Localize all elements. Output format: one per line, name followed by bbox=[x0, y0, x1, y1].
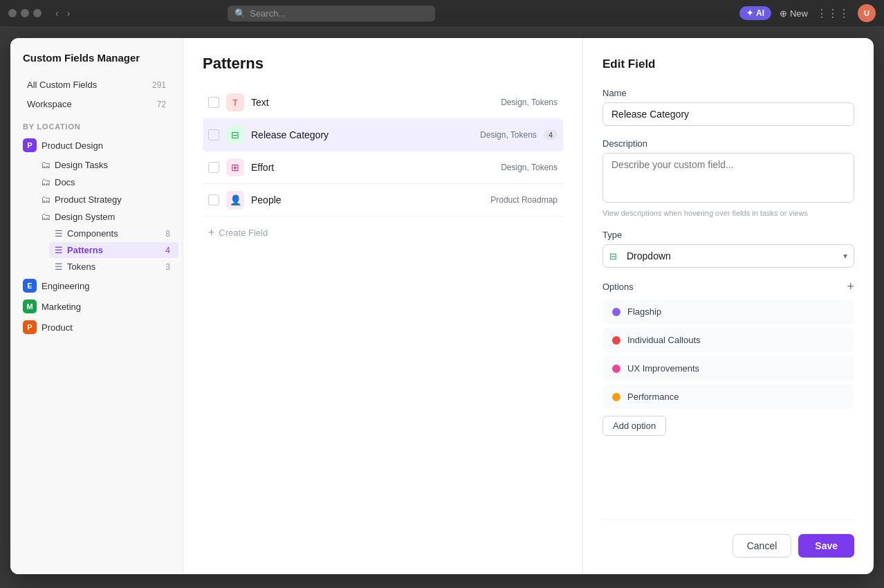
create-field-label: Create Field bbox=[219, 228, 268, 238]
sidebar-item-workspace-left: Workspace bbox=[27, 99, 72, 109]
type-select-wrap: ⊟ Dropdown ▾ bbox=[602, 244, 854, 268]
docs-left: 🗂 Docs bbox=[41, 176, 75, 187]
type-select[interactable]: Dropdown bbox=[602, 244, 854, 268]
sidebar-item-workspace[interactable]: Workspace 72 bbox=[15, 95, 178, 113]
table-row[interactable]: ⊞ Effort Design, Tokens bbox=[203, 151, 563, 184]
grid-icon[interactable]: ⋮⋮⋮ bbox=[816, 7, 849, 20]
tokens-left: ☰ Tokens bbox=[55, 261, 95, 272]
product-badge: P bbox=[23, 320, 37, 334]
sidebar-item-product-strategy[interactable]: 🗂 Product Strategy bbox=[35, 191, 178, 208]
plus-icon: ⊕ bbox=[780, 8, 787, 19]
sidebar-title: Custom Fields Manager bbox=[10, 52, 183, 75]
field-icon-effort: ⊞ bbox=[226, 158, 244, 176]
type-form-group: Type ⊟ Dropdown ▾ bbox=[602, 230, 854, 268]
table-row[interactable]: ⊟ Release Category Design, Tokens 4 bbox=[203, 119, 563, 151]
marketing-label: Marketing bbox=[42, 302, 81, 312]
product-strategy-folder-icon: 🗂 bbox=[41, 194, 50, 205]
product-label: Product bbox=[42, 322, 73, 333]
sidebar-item-product[interactable]: P Product bbox=[10, 317, 183, 338]
all-fields-label: All Custom Fields bbox=[27, 80, 97, 90]
list-item[interactable]: Performance bbox=[602, 385, 854, 409]
avatar: U bbox=[858, 4, 876, 22]
design-system-sub-items: ☰ Components 8 ☰ Patterns 4 ☰ Tokens bbox=[35, 226, 183, 275]
components-list-icon: ☰ bbox=[55, 228, 63, 239]
components-left: ☰ Components bbox=[55, 228, 118, 239]
field-checkbox-text[interactable] bbox=[208, 97, 219, 108]
traffic-lights bbox=[8, 9, 42, 17]
option-dot-individual-callouts bbox=[612, 336, 620, 344]
create-field-plus-icon: + bbox=[208, 226, 214, 239]
field-checkbox-effort[interactable] bbox=[208, 162, 219, 173]
options-header: Options + bbox=[602, 280, 854, 293]
workspace-count: 72 bbox=[157, 100, 166, 109]
table-row[interactable]: 👤 People Product Roadmap bbox=[203, 184, 563, 217]
product-design-badge: P bbox=[23, 138, 37, 152]
tokens-count: 3 bbox=[165, 262, 170, 272]
sidebar-item-engineering[interactable]: E Engineering bbox=[10, 275, 183, 296]
new-button[interactable]: ⊕ New bbox=[780, 8, 808, 19]
design-system-folder-icon: 🗂 bbox=[41, 211, 50, 222]
patterns-list-icon: ☰ bbox=[55, 245, 63, 255]
sidebar-item-marketing[interactable]: M Marketing bbox=[10, 296, 183, 317]
dialog: Custom Fields Manager All Custom Fields … bbox=[10, 38, 874, 574]
search-icon: 🔍 bbox=[234, 8, 246, 19]
create-field-button[interactable]: + Create Field bbox=[203, 219, 563, 246]
field-name-effort: Effort bbox=[251, 162, 494, 173]
field-checkbox-people[interactable] bbox=[208, 194, 219, 205]
sidebar-item-design-tasks[interactable]: 🗂 Design Tasks bbox=[35, 156, 178, 173]
sidebar-item-docs[interactable]: 🗂 Docs bbox=[35, 174, 178, 190]
option-dot-ux-improvements bbox=[612, 365, 620, 373]
search-bar[interactable]: 🔍 Search... bbox=[228, 6, 435, 21]
option-label-individual-callouts: Individual Callouts bbox=[627, 335, 701, 345]
design-system-left: 🗂 Design System bbox=[41, 211, 115, 222]
sidebar-item-product-design[interactable]: P Product Design bbox=[10, 135, 183, 156]
search-placeholder: Search... bbox=[250, 8, 286, 19]
option-label-performance: Performance bbox=[627, 392, 679, 402]
cancel-button[interactable]: Cancel bbox=[733, 534, 792, 558]
table-row[interactable]: T Text Design, Tokens bbox=[203, 86, 563, 119]
sidebar-item-components[interactable]: ☰ Components 8 bbox=[49, 226, 178, 241]
patterns-label: Patterns bbox=[67, 245, 103, 255]
ai-label: AI bbox=[756, 8, 764, 18]
field-tags-release: Design, Tokens bbox=[480, 130, 537, 140]
traffic-light-close[interactable] bbox=[8, 9, 17, 17]
sidebar: Custom Fields Manager All Custom Fields … bbox=[10, 38, 183, 574]
name-input[interactable] bbox=[602, 102, 854, 126]
add-option-plus-button[interactable]: + bbox=[847, 280, 854, 293]
sidebar-item-patterns[interactable]: ☰ Patterns 4 bbox=[49, 242, 178, 258]
option-label-ux-improvements: UX Improvements bbox=[627, 363, 699, 374]
sidebar-item-all-fields[interactable]: All Custom Fields 291 bbox=[15, 75, 178, 94]
components-count: 8 bbox=[165, 229, 170, 239]
traffic-light-maximize[interactable] bbox=[33, 9, 42, 17]
panel-title: Patterns bbox=[203, 55, 563, 73]
description-form-group: Description View descriptions when hover… bbox=[602, 138, 854, 217]
option-dot-flagship bbox=[612, 308, 620, 316]
name-form-group: Name bbox=[602, 88, 854, 126]
options-form-group: Options + Flagship Individual Callouts U… bbox=[602, 280, 854, 436]
sidebar-item-tokens[interactable]: ☰ Tokens 3 bbox=[49, 259, 178, 275]
field-checkbox-release[interactable] bbox=[208, 129, 219, 140]
product-strategy-left: 🗂 Product Strategy bbox=[41, 194, 122, 205]
field-name-people: People bbox=[251, 194, 484, 205]
nav-forward-button[interactable]: › bbox=[64, 6, 73, 20]
nav-back-button[interactable]: ‹ bbox=[53, 6, 62, 20]
field-icon-text: T bbox=[226, 93, 244, 111]
traffic-light-minimize[interactable] bbox=[21, 9, 29, 17]
description-textarea[interactable] bbox=[602, 153, 854, 203]
design-tasks-label: Design Tasks bbox=[55, 160, 108, 170]
edit-field-title: Edit Field bbox=[602, 57, 854, 71]
save-button[interactable]: Save bbox=[798, 534, 854, 558]
sidebar-item-design-system[interactable]: 🗂 Design System bbox=[35, 208, 178, 225]
chevron-down-icon: ▾ bbox=[843, 251, 847, 261]
fields-table: T Text Design, Tokens ⊟ Release Category… bbox=[203, 86, 563, 217]
by-location-label: BY LOCATION bbox=[10, 114, 183, 135]
name-label: Name bbox=[602, 88, 854, 98]
add-option-button[interactable]: Add option bbox=[602, 416, 666, 436]
list-item[interactable]: Flagship bbox=[602, 300, 854, 324]
workspace-label: Workspace bbox=[27, 99, 72, 109]
dropdown-icon: ⊟ bbox=[609, 251, 617, 261]
list-item[interactable]: UX Improvements bbox=[602, 356, 854, 380]
ai-badge[interactable]: ✦ AI bbox=[739, 6, 771, 20]
design-system-label: Design System bbox=[55, 212, 115, 222]
list-item[interactable]: Individual Callouts bbox=[602, 328, 854, 352]
